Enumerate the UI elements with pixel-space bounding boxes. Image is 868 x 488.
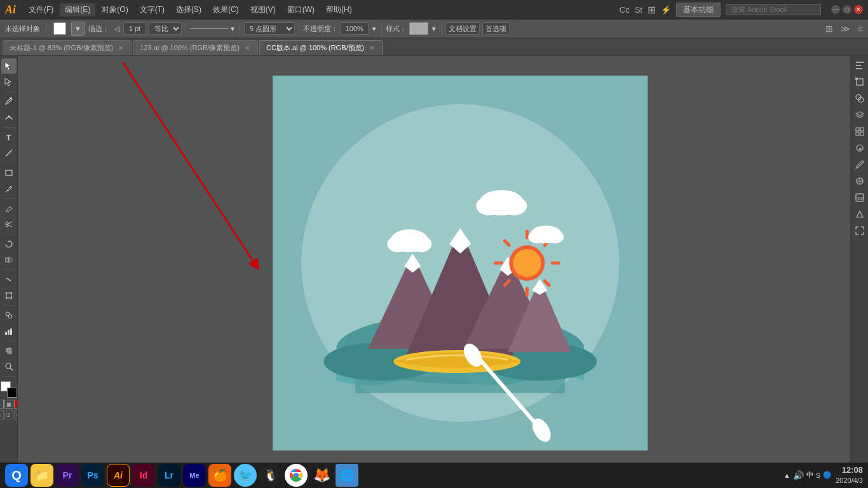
minimize-button[interactable]: — [831,5,840,14]
taskbar-indesign[interactable]: Id [132,464,155,487]
selection-tool[interactable] [1,58,17,74]
tray-more[interactable]: 🔵 [823,471,832,479]
tab-untitled-close[interactable]: ✕ [117,44,125,51]
menu-text[interactable]: 文字(T) [135,3,170,17]
taskbar-filemanager[interactable]: 📁 [31,464,53,487]
gradient-mode-btn[interactable]: ▦ [4,400,13,409]
tray-expand[interactable]: ▲ [783,471,790,479]
curvature-tool[interactable] [1,110,17,125]
maximize-button[interactable]: □ [843,5,851,14]
tab-123-close[interactable]: ✕ [243,44,251,51]
close-button[interactable]: ✕ [854,5,863,14]
svg-line-60 [123,62,256,266]
taskbar-fruit-app[interactable]: 🍊 [208,464,231,487]
arrange-icon[interactable]: ⊞ [823,22,836,36]
taskbar-bird-app[interactable]: 🐦 [234,464,257,487]
chart-tool[interactable] [1,323,17,339]
line-tool[interactable] [1,146,17,161]
opacity-input[interactable] [341,22,369,35]
taskbar-globe[interactable]: 🌐 [336,464,358,487]
normal-view-btn[interactable]: □ [0,410,4,419]
color-mode-btn[interactable]: ■ [0,400,4,409]
menu-object[interactable]: 对象(O) [97,3,133,17]
stroke-dropdown-arrow[interactable]: ▼ [229,25,236,32]
expand-panel-icon[interactable] [853,224,867,238]
titlebar-right: Cc St ⊞ ⚡ 基本功能 — □ ✕ [620,3,863,17]
taskbar-illustrator[interactable]: Ai [107,464,130,487]
workspace-button[interactable]: 基本功能 [676,3,721,17]
shape-builder-tool[interactable] [1,308,17,323]
type-tool[interactable]: T [1,130,17,145]
pen-tool[interactable] [1,94,17,109]
fill-color-swatch[interactable] [53,22,66,35]
rectangle-tool[interactable] [1,165,17,180]
menu-bar: 文件(F) 编辑(E) 对象(O) 文字(T) 选择(S) 效果(C) 视图(V… [24,3,620,17]
more-options-icon[interactable]: ≡ [855,22,865,36]
transform-icon[interactable] [853,75,867,89]
direct-selection-tool[interactable] [1,74,17,90]
svg-point-52 [476,196,501,215]
grid-arrange-icon: ⊞ [825,24,833,34]
expand-icon[interactable]: ≫ [838,22,853,36]
menu-window[interactable]: 窗口(W) [282,3,320,17]
background-color[interactable] [7,388,17,398]
image-trace-icon[interactable] [853,207,867,221]
pathfinder-icon[interactable] [853,92,867,105]
tab-cc-close[interactable]: ✕ [368,44,376,51]
menu-file[interactable]: 文件(F) [24,3,58,17]
svg-point-21 [6,363,11,369]
svg-rect-65 [855,78,858,80]
artboards-icon[interactable] [853,125,867,139]
menu-help[interactable]: 帮助(H) [321,3,357,17]
zoom-tool[interactable] [1,359,17,374]
menu-effect[interactable]: 效果(C) [208,3,244,17]
tab-cc[interactable]: CC版本.ai @ 100% (RGB/预览) ✕ [259,40,383,55]
hand-tool[interactable] [1,343,17,358]
fill-color-item[interactable] [51,22,69,36]
menu-select[interactable]: 选择(S) [171,3,207,17]
lightroom-logo: Lr [165,470,173,480]
preferences-button[interactable]: 首选项 [482,22,510,35]
tray-speaker[interactable]: 🔊 [793,470,804,480]
search-input[interactable] [726,4,821,15]
eraser-tool[interactable] [1,201,17,216]
symbols-icon[interactable]: ★ [853,141,867,155]
taskbar-clock[interactable]: 12:08 2020/4/3 [836,464,863,486]
rotate-tool[interactable] [1,236,17,252]
taskbar-lightroom[interactable]: Lr [158,464,180,487]
style-arrow[interactable]: ▼ [431,25,437,32]
menu-edit[interactable]: 编辑(E) [60,3,95,17]
stroke-dropdown-item[interactable]: ▼ [71,22,85,36]
taskbar-premiere[interactable]: Pr [56,464,79,487]
cc-libraries-icon[interactable]: cc [853,191,867,205]
tool-sep-7 [3,305,15,306]
appearance-icon[interactable] [853,174,867,188]
scissors-tool[interactable] [1,217,17,232]
points-shape-select[interactable]: 5 点圆形 [244,22,295,35]
menu-view[interactable]: 视图(V) [245,3,281,17]
warp-tool[interactable] [1,272,17,287]
taskbar-penguin[interactable]: 🐧 [259,464,282,487]
pencil-tool[interactable] [1,181,17,196]
taskbar-media-encoder[interactable]: Me [183,464,206,487]
opacity-arrow[interactable]: ▼ [371,25,377,32]
taskbar-firefox[interactable]: 🦊 [310,464,333,487]
brushes-icon[interactable] [853,158,867,172]
doc-settings-button[interactable]: 文档设置 [445,22,480,35]
tray-network[interactable]: 中 [806,470,813,480]
fullscreen-btn[interactable]: ◫ [4,410,13,419]
align-icon[interactable] [853,58,867,72]
reflect-tool[interactable] [1,252,17,268]
layers-icon[interactable] [853,108,867,122]
svg-rect-9 [10,258,12,262]
stroke-width-input[interactable] [123,22,146,35]
tab-123[interactable]: 123.ai @ 100% (RGB/像素预览) ✕ [133,40,258,55]
taskbar-browser[interactable]: Q [5,464,28,487]
taskbar-chrome[interactable] [285,464,308,487]
style-swatch[interactable] [409,22,428,35]
free-transform-tool[interactable] [1,288,17,303]
stroke-options-select[interactable]: 等比 [149,22,182,35]
taskbar-photoshop[interactable]: Ps [81,464,104,487]
tab-untitled[interactable]: 未标题-1 @ 83% (RGB/像素预览) ✕ [3,40,132,55]
tray-ime[interactable]: S [816,471,820,479]
